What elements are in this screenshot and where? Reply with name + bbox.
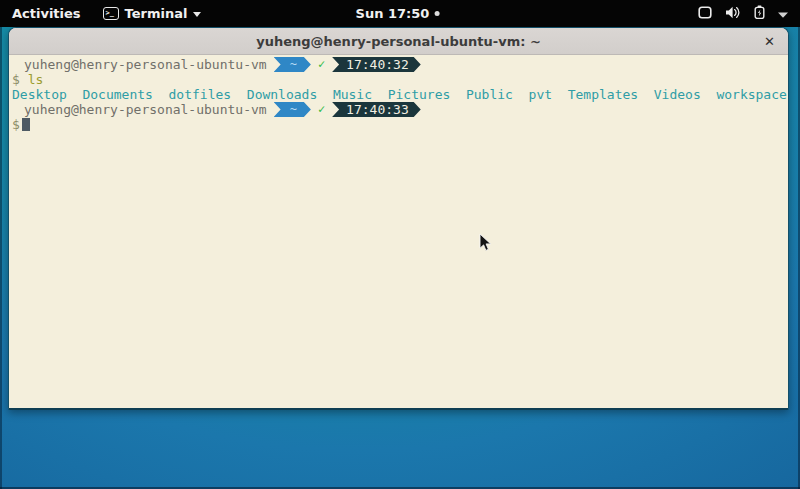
top-bar: Activities >_ Terminal Sun 17:50 [0,0,800,27]
prompt-line-2: yuheng@henry-personal-ubuntu-vm ~ ✓ 17:4… [12,102,785,117]
ls-output: Desktop Documents dotfiles Downloads Mus… [12,87,785,102]
notification-dot-icon [434,11,439,16]
screen: Activities >_ Terminal Sun 17:50 [0,0,800,489]
clock-button[interactable]: Sun 17:50 [356,0,440,27]
prompt-user: yuheng@henry-personal-ubuntu-vm [24,57,267,72]
command-line: $ ls [12,72,785,87]
status-check-icon: ✓ [318,57,325,72]
powerline-dir-segment: ~ [274,102,311,117]
desktop: yuheng@henry-personal-ubuntu-vm: ~ ✕ yuh… [0,27,800,489]
terminal-window: yuheng@henry-personal-ubuntu-vm: ~ ✕ yuh… [8,27,789,410]
volume-icon [725,6,741,22]
app-menu-terminal[interactable]: >_ Terminal [93,0,212,27]
window-titlebar[interactable]: yuheng@henry-personal-ubuntu-vm: ~ ✕ [9,28,788,55]
app-menu-label: Terminal [125,6,188,21]
powerline-time-segment: 17:40:32 [332,57,421,72]
terminal-app-icon: >_ [103,7,119,20]
activities-button[interactable]: Activities [0,0,93,27]
text-cursor [22,118,30,131]
powerline-dir-segment: ~ [274,57,311,72]
prompt-char: $ [12,72,20,87]
window-title: yuheng@henry-personal-ubuntu-vm: ~ [256,34,541,49]
close-button[interactable]: ✕ [764,35,775,48]
battery-charging-icon [754,5,765,22]
terminal-body[interactable]: yuheng@henry-personal-ubuntu-vm ~ ✓ 17:4… [9,55,788,408]
status-check-icon: ✓ [318,102,325,117]
screen-icon [698,6,712,22]
chevron-down-icon [778,6,788,21]
system-status-menu[interactable] [686,0,800,27]
top-bar-left: Activities >_ Terminal [0,0,211,27]
input-line: $ [12,117,785,132]
powerline-time-segment: 17:40:33 [332,102,421,117]
prompt-char: $ [12,117,20,132]
command-text: ls [28,72,44,87]
prompt-user: yuheng@henry-personal-ubuntu-vm [24,102,267,117]
chevron-down-icon [193,12,201,17]
clock-label: Sun 17:50 [356,6,430,21]
prompt-line-1: yuheng@henry-personal-ubuntu-vm ~ ✓ 17:4… [12,57,785,72]
